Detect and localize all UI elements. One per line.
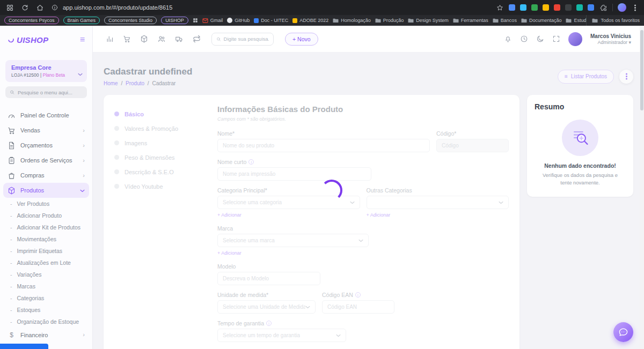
resumo-card: Resumo Nenhum dado encontrado! Verifique…	[527, 95, 633, 197]
breadcrumb-home[interactable]: Home	[104, 80, 118, 86]
site-info-icon[interactable]	[50, 3, 59, 12]
browser-status-bar	[0, 344, 48, 349]
cart-icon[interactable]	[123, 35, 131, 43]
customers-icon[interactable]	[157, 35, 166, 43]
package-icon[interactable]	[140, 35, 148, 43]
bookmark-chip[interactable]: UISHOP	[161, 17, 188, 24]
bookmark-folder[interactable]: Bancos	[493, 18, 517, 23]
browser-menu-icon[interactable]	[631, 4, 639, 11]
outras-categorias-select[interactable]	[367, 196, 509, 209]
ean-input[interactable]	[322, 300, 394, 314]
dark-mode-moon-icon[interactable]	[536, 35, 544, 43]
bookmark-folder[interactable]: Produção	[375, 18, 404, 23]
sidebar-subitem-atualizacoes-em-lote[interactable]: -Atualizações em Lote	[0, 257, 92, 269]
sidebar-subitem-variacoes[interactable]: -Variações	[0, 269, 92, 280]
truck-icon[interactable]	[175, 35, 184, 43]
unidade-select[interactable]: Selecione uma Unidade de Medida	[217, 300, 316, 314]
sidebar-subitem-marcas[interactable]: -Marcas	[0, 280, 92, 292]
address-bar[interactable]: app.uishop.com.br/#/produto/update/8615	[50, 3, 172, 12]
uishop-logo[interactable]: UISHOP	[8, 35, 48, 44]
user-avatar[interactable]	[568, 32, 582, 46]
listar-produtos-button[interactable]: ≡ Listar Produtos	[558, 70, 614, 84]
marca-select[interactable]: Selecione uma marca	[217, 234, 369, 247]
loading-faded-content: Básico Valores & Promoção Imagens Peso &…	[114, 105, 509, 349]
sidebar-toggle-icon[interactable]: ≡	[80, 35, 85, 44]
step-imagens[interactable]: Imagens	[114, 136, 204, 150]
sidebar-subitem-adicionar-kit[interactable]: -Adicionar Kit de Produtos	[0, 221, 92, 233]
bookmark-apps-icon[interactable]	[193, 16, 198, 25]
garantia-select[interactable]: Selecione um tempo de garantia	[217, 329, 346, 342]
sidebar-subitem-adicionar-produto[interactable]: -Adicionar Produto	[0, 210, 92, 221]
sidebar-subitem-movimentacoes[interactable]: -Movimentações	[0, 233, 92, 245]
chat-support-button[interactable]	[613, 322, 633, 342]
extension-icon[interactable]	[576, 4, 583, 11]
extensions-puzzle-icon[interactable]	[599, 3, 608, 12]
new-button[interactable]: + Novo	[285, 33, 318, 46]
extension-icon[interactable]	[531, 4, 538, 11]
bookmark-chip[interactable]: Concorrentes Studio	[104, 17, 157, 24]
sidebar-item-vendas[interactable]: Vendas ›	[0, 123, 92, 138]
home-icon[interactable]	[35, 3, 44, 12]
extension-icon[interactable]	[520, 4, 526, 11]
bookmark-chip[interactable]: Brain Games	[63, 17, 100, 24]
sidebar-item-painel-de-controle[interactable]: Painel de Controle	[0, 108, 92, 123]
page-scrollbar[interactable]	[640, 26, 644, 349]
bookmark-folder[interactable]: Ferramentas	[453, 18, 488, 23]
bookmark-item[interactable]: Doc - UITEC	[254, 18, 288, 23]
history-clock-icon[interactable]	[520, 35, 528, 43]
sidebar-item-orcamentos[interactable]: Orçamentos ›	[0, 138, 92, 153]
sync-icon[interactable]	[193, 35, 201, 43]
bookmark-chip[interactable]: Concorrentes Psycos	[4, 17, 59, 24]
sidebar-subitem-ver-produtos[interactable]: -Ver Produtos	[0, 198, 92, 210]
codigo-input[interactable]	[436, 139, 509, 152]
user-menu[interactable]: Marcos Vinicius Administrador ▾	[590, 33, 631, 45]
browser-profile-avatar[interactable]	[618, 3, 626, 12]
step-video-youtube[interactable]: Vídeo Youtube	[114, 179, 204, 194]
bookmark-item[interactable]: ADOBE 2022	[292, 18, 328, 23]
bookmark-folder[interactable]: Design System	[408, 18, 449, 23]
scrollbar-thumb[interactable]	[640, 30, 643, 110]
nome-input[interactable]	[217, 139, 430, 152]
sidebar-subitem-organizacao-de-estoque[interactable]: -Organização de Estoque	[0, 316, 92, 328]
stats-icon[interactable]	[106, 35, 114, 43]
add-categoria-link[interactable]: + Adicionar	[217, 212, 241, 218]
step-descricao-seo[interactable]: Descrição & S.E.O	[114, 165, 204, 179]
step-valores-promocao[interactable]: Valores & Promoção	[114, 121, 204, 136]
extension-icon[interactable]	[509, 4, 515, 11]
sidebar-item-produtos[interactable]: Produtos	[3, 183, 89, 198]
extension-icon[interactable]	[588, 4, 594, 11]
bookmark-folder[interactable]: Homologação	[333, 18, 371, 23]
sidebar-item-financeiro[interactable]: $ Financeiro ›	[0, 328, 92, 342]
extension-icon[interactable]	[543, 4, 549, 11]
modelo-input[interactable]	[217, 272, 320, 285]
sidebar-item-ordens-de-servicos[interactable]: Ordens de Serviços ›	[0, 153, 92, 168]
all-bookmarks[interactable]: Todos os favoritos	[586, 15, 640, 26]
add-outras-categorias-link[interactable]: + Adicionar	[367, 212, 391, 218]
global-search-input[interactable]	[224, 36, 269, 42]
field-unidade-medida: Unidade de medida* Selecione uma Unidade…	[217, 292, 316, 314]
step-basico[interactable]: Básico	[114, 107, 204, 121]
bookmark-item[interactable]: Gmail	[202, 18, 223, 23]
fullscreen-icon[interactable]	[552, 35, 560, 43]
menu-search-input[interactable]	[18, 90, 83, 95]
sidebar-subitem-estoques[interactable]: -Estoques	[0, 304, 92, 316]
bookmark-item[interactable]: GitHub	[227, 18, 250, 23]
bookmark-folder[interactable]: Documentação	[521, 18, 562, 23]
breadcrumb-produto[interactable]: Produto	[126, 80, 144, 86]
sidebar-header: UISHOP ≡	[0, 26, 92, 54]
extension-icon[interactable]	[565, 4, 572, 11]
apps-grid-icon[interactable]	[5, 3, 14, 12]
sidebar-subitem-categorias[interactable]: -Categorias	[0, 292, 92, 304]
step-peso-dimensoes[interactable]: Peso & Dimensões	[114, 150, 204, 165]
add-marca-link[interactable]: + Adicionar	[217, 250, 241, 256]
reload-icon[interactable]	[20, 3, 29, 12]
more-options-button[interactable]	[619, 70, 633, 84]
extension-icon[interactable]	[554, 4, 560, 11]
bookmark-star-icon[interactable]	[495, 3, 504, 12]
toolbar-right	[495, 3, 639, 12]
nome-curto-input[interactable]	[217, 167, 371, 181]
sidebar-subitem-imprimir-etiquetas[interactable]: -Imprimir Etiquetas	[0, 245, 92, 257]
company-selector[interactable]: Empresa Core LOJA #12500 | Plano Beta	[5, 60, 87, 82]
sidebar-item-compras[interactable]: Compras ›	[0, 168, 92, 183]
bell-icon[interactable]	[504, 35, 512, 43]
